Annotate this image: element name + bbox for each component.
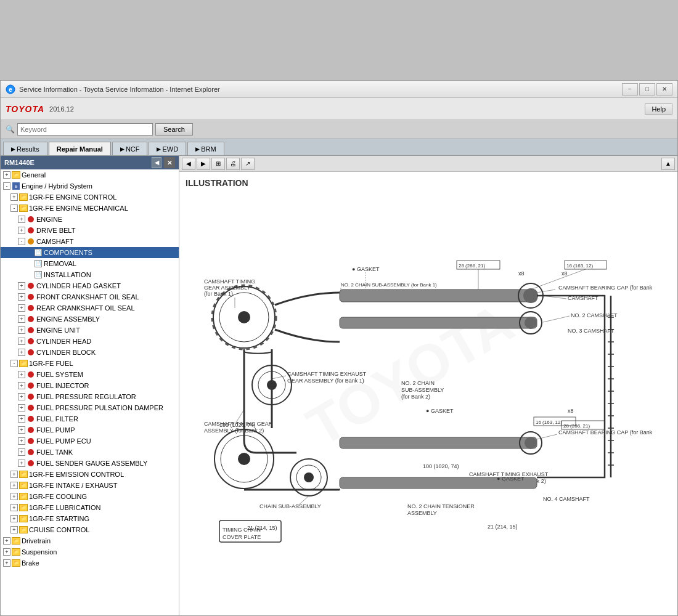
tree-toggle[interactable]: + [18, 349, 25, 356]
tree-item[interactable]: +📁 1GR-FE LUBRICATION [1, 502, 179, 513]
maximize-button[interactable]: □ [639, 83, 655, 95]
panel-close-button[interactable]: ✕ [164, 157, 175, 168]
tree-item[interactable]: + CYLINDER HEAD [1, 336, 179, 347]
tree-item[interactable]: + CYLINDER BLOCK [1, 347, 179, 358]
tree-item[interactable]: + FUEL TANK [1, 447, 179, 458]
tree-item[interactable]: + FUEL PUMP ECU [1, 436, 179, 447]
tree-toggle[interactable]: + [3, 537, 10, 545]
tree-toggle[interactable]: + [10, 493, 18, 500]
tree-item[interactable]: + FUEL PRESSURE REGULATOR [1, 391, 179, 402]
tree-toggle[interactable]: + [10, 482, 18, 489]
tree-toggle[interactable]: + [18, 338, 25, 345]
tree-item[interactable]: + FUEL PUMP [1, 424, 179, 436]
svg-point-55 [238, 453, 250, 465]
tree-toggle[interactable]: - [10, 360, 18, 367]
tree-item[interactable]: +📁 Brake [1, 557, 179, 569]
tree-item[interactable]: -📁 1GR-FE FUEL [1, 358, 179, 369]
tree-item[interactable]: +📁 CRUISE CONTROL [1, 524, 179, 535]
toolbar-scroll-up-button[interactable]: ▲ [661, 158, 675, 170]
tree-item[interactable]: +📁 General [1, 169, 179, 180]
tab-ewd[interactable]: ▶ EWD [149, 142, 186, 155]
tree-toggle[interactable]: + [10, 193, 18, 201]
search-input[interactable] [17, 123, 153, 136]
close-button[interactable]: ✕ [656, 83, 672, 95]
panel-collapse-button[interactable]: ◀ [152, 157, 161, 168]
tree-item[interactable]: + FUEL SENDER GAUGE ASSEMBLY [1, 458, 179, 469]
tree-toggle[interactable]: + [10, 526, 18, 533]
toolbar-forward-button[interactable]: ▶ [197, 158, 210, 170]
toolbar-print-button[interactable]: 🖨 [226, 158, 240, 170]
tree-toggle[interactable]: + [18, 371, 25, 378]
help-button[interactable]: Help [645, 103, 672, 115]
tab-brm[interactable]: ▶ BRM [187, 142, 224, 155]
tree-item[interactable]: + REAR CRANKSHAFT OIL SEAL [1, 302, 179, 314]
tree-item[interactable]: 📄 REMOVAL [1, 258, 179, 269]
tree-item[interactable]: +📁 1GR-FE STARTING [1, 513, 179, 524]
tree-toggle[interactable]: + [18, 326, 25, 334]
tree-node-icon [27, 326, 35, 334]
tree-toggle[interactable]: + [10, 471, 18, 478]
tree-item[interactable]: + FUEL FILTER [1, 413, 179, 424]
tree-item[interactable]: + CYLINDER HEAD GASKET [1, 280, 179, 291]
toolbar-back-button[interactable]: ◀ [182, 158, 195, 170]
tree-item[interactable]: + FUEL PRESSURE PULSATION DAMPER [1, 402, 179, 413]
tree-toggle[interactable]: + [18, 216, 25, 223]
tree-toggle[interactable]: - [10, 205, 18, 212]
tree-toggle[interactable]: - [18, 238, 25, 245]
tree-item[interactable]: +📁 Suspension [1, 546, 179, 557]
svg-text:GEAR ASSEMBLY: GEAR ASSEMBLY [204, 285, 250, 291]
tree-item[interactable]: +📁 1GR-FE INTAKE / EXHAUST [1, 480, 179, 491]
tab-results[interactable]: ▶ Results [3, 142, 47, 155]
tree-toggle[interactable]: + [18, 282, 25, 290]
tree-toggle[interactable]: - [3, 182, 10, 190]
tree-item[interactable]: + FUEL INJECTOR [1, 380, 179, 391]
tree-item[interactable]: + FUEL SYSTEM [1, 369, 179, 380]
tree-toggle[interactable]: + [18, 404, 25, 411]
tree-item[interactable]: +📁 1GR-FE COOLING [1, 491, 179, 502]
minimize-button[interactable]: − [622, 83, 638, 95]
svg-point-52 [525, 437, 537, 449]
tree-node-icon: 📄 [34, 249, 43, 256]
tree-item[interactable]: - CAMSHAFT [1, 236, 179, 247]
tab-ncf[interactable]: ▶ NCF [112, 142, 148, 155]
tree-node-icon: 📁 [19, 515, 28, 522]
tree-item[interactable]: + ENGINE [1, 214, 179, 225]
tree-item[interactable]: -B Engine / Hybrid System [1, 180, 179, 192]
tree-item[interactable]: +📁 1GR-FE EMISSION CONTROL [1, 469, 179, 480]
tree-toggle[interactable]: + [18, 415, 25, 423]
tree-node-label: FUEL SENDER GAUGE ASSEMBLY [36, 460, 147, 467]
tree-toggle[interactable]: + [3, 559, 10, 567]
tree-item[interactable]: +📁 Drivetrain [1, 535, 179, 546]
tree-item[interactable]: +📁 1GR-FE ENGINE CONTROL [1, 192, 179, 203]
tree-toggle[interactable]: + [3, 171, 10, 179]
tree-item[interactable]: -📁 1GR-FE ENGINE MECHANICAL [1, 203, 179, 214]
toolbar-grid-button[interactable]: ⊞ [211, 158, 225, 170]
tree-toggle[interactable]: + [3, 548, 10, 556]
tree-toggle[interactable]: + [18, 382, 25, 389]
tree-item[interactable]: 📄 INSTALLATION [1, 269, 179, 280]
tree-toggle[interactable]: + [18, 448, 25, 456]
tree-toggle[interactable]: + [18, 227, 25, 234]
toolbar-export-button[interactable]: ↗ [241, 158, 255, 170]
svg-text:(for Bank 2): (for Bank 2) [401, 394, 430, 400]
tree-container[interactable]: +📁 General-B Engine / Hybrid System+📁 1G… [1, 169, 179, 615]
tree-item[interactable]: + ENGINE ASSEMBLY [1, 314, 179, 325]
tree-toggle[interactable]: + [18, 426, 25, 434]
tree-toggle[interactable]: + [18, 293, 25, 301]
tree-toggle[interactable]: + [18, 315, 25, 323]
search-button[interactable]: Search [155, 123, 193, 136]
tree-node-icon: 📁 [19, 482, 28, 489]
tab-repair-manual[interactable]: Repair Manual [49, 142, 111, 155]
tree-toggle[interactable]: + [18, 460, 25, 467]
tree-node-icon [27, 227, 35, 234]
tree-toggle[interactable]: + [18, 393, 25, 400]
tree-item[interactable]: + ENGINE UNIT [1, 325, 179, 336]
tree-item[interactable]: 📄 COMPONENTS [1, 247, 179, 258]
tree-toggle[interactable]: + [18, 304, 25, 312]
right-panel[interactable]: ◀ ▶ ⊞ 🖨 ↗ ▲ ILLUSTRATION TOYOTA [179, 156, 677, 615]
tree-toggle[interactable]: + [10, 504, 18, 511]
tree-item[interactable]: + DRIVE BELT [1, 225, 179, 236]
tree-item[interactable]: + FRONT CRANKSHAFT OIL SEAL [1, 291, 179, 302]
tree-toggle[interactable]: + [10, 515, 18, 522]
tree-toggle[interactable]: + [18, 437, 25, 445]
